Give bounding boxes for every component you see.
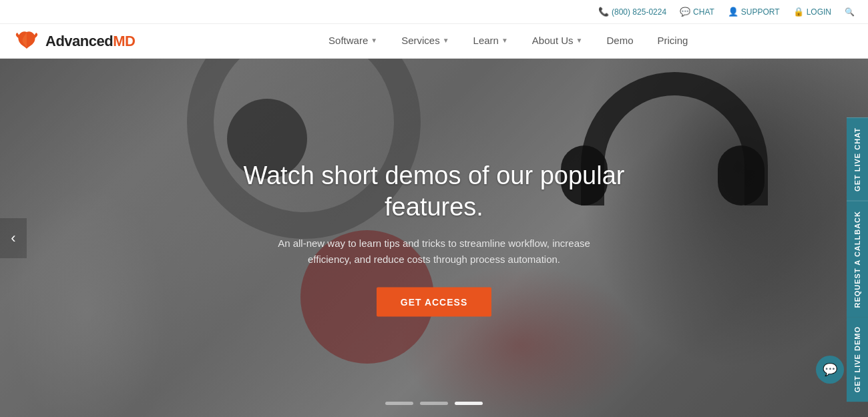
side-tabs: GET LIVE CHAT REQUEST A CALLBACK GET LIV… <box>847 117 868 402</box>
login-link[interactable]: 🔒 LOGIN <box>793 7 831 17</box>
logo[interactable]: AdvancedMD <box>13 29 135 54</box>
nav-item-learn[interactable]: Learn ▼ <box>461 24 520 59</box>
phone-number: (800) 825-0224 <box>612 7 666 17</box>
hero-prev-arrow[interactable]: ‹ <box>0 218 27 258</box>
hero-dot-1[interactable] <box>385 402 413 405</box>
hero-content: Watch short demos of our popular feature… <box>234 159 634 316</box>
chevron-down-icon: ▼ <box>501 37 508 44</box>
get-access-button[interactable]: GET ACCESS <box>377 287 492 316</box>
top-bar: 📞 (800) 825-0224 💬 CHAT 👤 SUPPORT 🔒 LOGI… <box>0 0 868 24</box>
chat-bubble-icon: 💬 <box>823 362 837 377</box>
lock-icon: 🔒 <box>793 7 804 17</box>
chat-icon: 💬 <box>680 7 690 17</box>
nav-item-about[interactable]: About Us ▼ <box>520 24 595 59</box>
chat-link[interactable]: 💬 CHAT <box>680 7 714 17</box>
login-label: LOGIN <box>807 7 831 17</box>
chevron-down-icon: ▼ <box>576 37 583 44</box>
logo-bird-icon <box>13 29 41 54</box>
chevron-down-icon: ▼ <box>443 37 449 44</box>
support-link[interactable]: 👤 SUPPORT <box>728 7 780 17</box>
nav-item-software[interactable]: Software ▼ <box>316 24 389 59</box>
hero-dot-3[interactable] <box>455 402 483 405</box>
hero-subtext: An all-new way to learn tips and tricks … <box>274 235 594 267</box>
support-icon: 👤 <box>728 7 738 17</box>
hero-dot-2[interactable] <box>420 402 448 405</box>
chat-bubble-widget[interactable]: 💬 <box>816 356 844 384</box>
side-tab-callback[interactable]: REQUEST A CALLBACK <box>847 201 868 318</box>
nav-links: Software ▼ Services ▼ Learn ▼ About Us ▼… <box>162 24 855 59</box>
support-label: SUPPORT <box>741 7 780 17</box>
logo-text: AdvancedMD <box>45 33 135 50</box>
phone-link[interactable]: 📞 (800) 825-0224 <box>598 7 666 17</box>
phone-icon: 📞 <box>598 7 609 17</box>
search-icon[interactable]: 🔍 <box>845 7 855 17</box>
nav-item-pricing[interactable]: Pricing <box>645 24 700 59</box>
main-nav: AdvancedMD Software ▼ Services ▼ Learn ▼… <box>0 24 868 59</box>
hero-dots <box>385 402 483 405</box>
nav-item-services[interactable]: Services ▼ <box>389 24 461 59</box>
side-tab-live-demo[interactable]: GET LIVE DEMO <box>847 317 868 402</box>
side-tab-live-chat[interactable]: GET LIVE CHAT <box>847 117 868 201</box>
chat-label: CHAT <box>693 7 714 17</box>
nav-item-demo[interactable]: Demo <box>594 24 645 59</box>
hero-section: ‹ Watch short demos of our popular featu… <box>0 59 868 417</box>
chevron-down-icon: ▼ <box>371 37 377 44</box>
hero-headline: Watch short demos of our popular feature… <box>234 159 634 223</box>
